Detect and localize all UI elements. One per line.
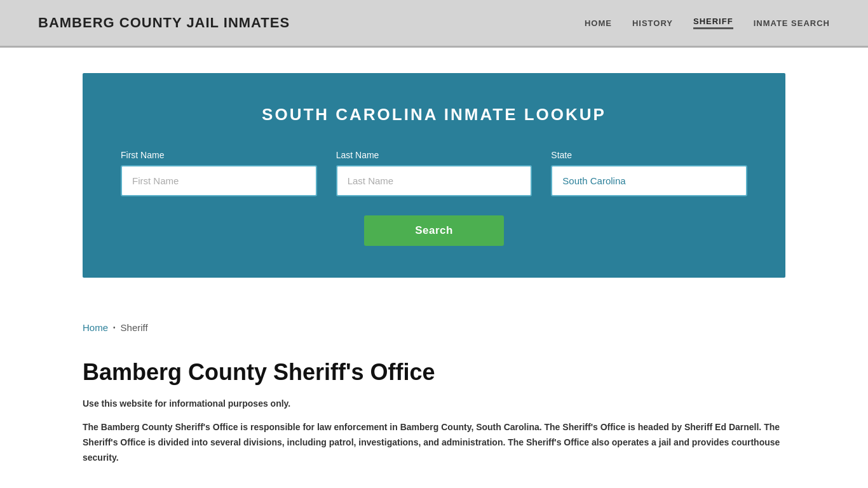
breadcrumb: Home • Sheriff <box>83 322 785 333</box>
breadcrumb-home-link[interactable]: Home <box>83 322 108 333</box>
first-name-label: First Name <box>121 150 317 160</box>
search-fields-row: First Name Last Name State <box>121 150 747 196</box>
search-panel-title: SOUTH CAROLINA INMATE LOOKUP <box>121 105 747 125</box>
state-input[interactable] <box>551 165 747 196</box>
search-button-row: Search <box>121 215 747 246</box>
description-text: The Bamberg County Sheriff's Office is r… <box>83 420 782 465</box>
search-panel: SOUTH CAROLINA INMATE LOOKUP First Name … <box>83 73 785 278</box>
site-header: BAMBERG COUNTY JAIL INMATES HOME HISTORY… <box>0 0 868 48</box>
last-name-label: Last Name <box>336 150 532 160</box>
state-group: State <box>551 150 747 196</box>
state-label: State <box>551 150 747 160</box>
main-content: Home • Sheriff Bamberg County Sheriff's … <box>0 303 868 488</box>
breadcrumb-separator: • <box>113 324 116 331</box>
first-name-input[interactable] <box>121 165 317 196</box>
search-button[interactable]: Search <box>364 215 504 246</box>
disclaimer-text: Use this website for informational purpo… <box>83 398 785 409</box>
breadcrumb-current: Sheriff <box>121 322 148 333</box>
last-name-group: Last Name <box>336 150 532 196</box>
nav-inmate-search[interactable]: INMATE SEARCH <box>754 18 830 28</box>
nav-home[interactable]: HOME <box>585 18 612 28</box>
nav-sheriff[interactable]: SHERIFF <box>693 17 733 29</box>
page-title: Bamberg County Sheriff's Office <box>83 358 785 386</box>
main-nav: HOME HISTORY SHERIFF INMATE SEARCH <box>585 17 830 29</box>
nav-history[interactable]: HISTORY <box>632 18 673 28</box>
last-name-input[interactable] <box>336 165 532 196</box>
site-title: BAMBERG COUNTY JAIL INMATES <box>38 15 290 31</box>
first-name-group: First Name <box>121 150 317 196</box>
